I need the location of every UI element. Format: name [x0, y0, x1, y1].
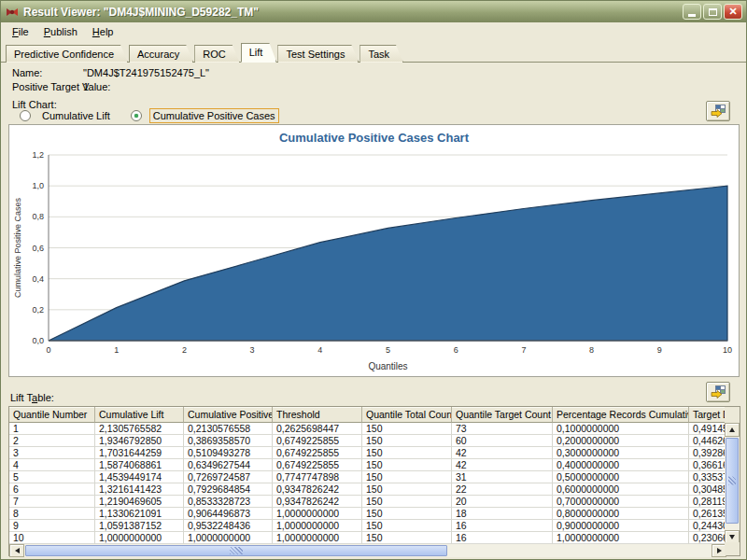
table-cell[interactable]: 2,1305765582: [95, 423, 184, 435]
column-header-cumulative-positive[interactable]: Cumulative Positive: [184, 407, 273, 423]
table-cell[interactable]: 0,261359: [689, 508, 726, 520]
table-cell[interactable]: 0,7747747898: [273, 471, 362, 483]
table-cell[interactable]: 1,0000000000: [184, 532, 273, 544]
column-header-quantile-number[interactable]: Quantile Number: [9, 407, 95, 423]
table-cell[interactable]: 0,230666: [689, 532, 726, 544]
table-cell[interactable]: 150: [362, 496, 452, 508]
table-row[interactable]: 91,05913871520,95322484361,0000000000150…: [9, 520, 726, 532]
table-row[interactable]: 31,70316442590,51094932780,6749225855150…: [9, 447, 726, 459]
table-cell[interactable]: 0,5109493278: [184, 447, 273, 459]
table-cell[interactable]: 2: [9, 435, 95, 447]
table-cell[interactable]: 60: [452, 435, 553, 447]
table-row[interactable]: 41,58740688610,63496275440,6749225855150…: [9, 459, 726, 471]
table-cell[interactable]: 9: [9, 520, 95, 532]
table-cell[interactable]: 73: [452, 423, 553, 435]
column-header-cumulative-lift[interactable]: Cumulative Lift: [95, 407, 184, 423]
table-cell[interactable]: 0,2000000000: [553, 435, 689, 447]
restore-button[interactable]: [703, 4, 722, 20]
table-cell[interactable]: 150: [362, 447, 452, 459]
radio-cumulative-positive-cases[interactable]: [131, 110, 142, 121]
table-cell[interactable]: 1,5874068861: [95, 459, 184, 471]
table-cell[interactable]: 1,3216141423: [95, 483, 184, 496]
table-cell[interactable]: 0,7929684854: [184, 483, 273, 496]
table-row[interactable]: 81,13306210910,90644968731,0000000000150…: [9, 508, 726, 520]
table-cell[interactable]: 31: [452, 471, 553, 483]
table-cell[interactable]: 1,0591387152: [95, 520, 184, 532]
column-header-target-d[interactable]: Target D: [689, 407, 726, 423]
table-cell[interactable]: 6: [9, 483, 95, 496]
table-cell[interactable]: 1,0000000000: [553, 532, 689, 544]
table-cell[interactable]: 0,9532248436: [184, 520, 273, 532]
table-cell[interactable]: 22: [452, 483, 553, 496]
radio-label[interactable]: Cumulative Lift: [38, 108, 114, 123]
table-cell[interactable]: 0,6000000000: [553, 483, 689, 496]
table-cell[interactable]: 0,3869358570: [184, 435, 273, 447]
table-cell[interactable]: 7: [9, 496, 95, 508]
table-cell[interactable]: 0,446266: [689, 435, 726, 447]
table-cell[interactable]: 4: [9, 459, 95, 471]
menu-item-help[interactable]: Help: [85, 24, 121, 39]
table-cell[interactable]: 0,8533328723: [184, 496, 273, 508]
table-cell[interactable]: 0,366161: [689, 459, 726, 471]
tab-test-settings[interactable]: Test Settings: [277, 45, 359, 63]
table-cell[interactable]: 150: [362, 459, 452, 471]
table-cell[interactable]: 150: [362, 435, 452, 447]
table-cell[interactable]: 1,2190469605: [95, 496, 184, 508]
table-row[interactable]: 12,13057655820,21305765580,2625698447150…: [9, 423, 726, 435]
close-button[interactable]: ✕: [724, 4, 742, 20]
column-header-quantile-target-count[interactable]: Quantile Target Count: [452, 407, 553, 423]
table-cell[interactable]: 0,8000000000: [553, 508, 689, 520]
table-cell[interactable]: 0,2130576558: [184, 423, 273, 435]
menu-item-file[interactable]: File: [5, 24, 36, 39]
tab-task[interactable]: Task: [359, 45, 403, 63]
table-cell[interactable]: 0,304852: [689, 483, 726, 496]
table-row[interactable]: 51,45394491740,72697245870,7747747898150…: [9, 471, 726, 483]
table-cell[interactable]: 3: [9, 447, 95, 459]
tab-roc[interactable]: ROC: [194, 45, 239, 63]
table-cell[interactable]: 150: [362, 483, 452, 496]
table-cell[interactable]: 0,9347826242: [273, 483, 362, 496]
radio-label[interactable]: Cumulative Positive Cases: [149, 108, 279, 123]
scroll-left-button[interactable]: [9, 544, 24, 557]
scroll-up-button[interactable]: [725, 423, 740, 437]
table-cell[interactable]: 0,6349627544: [184, 459, 273, 471]
table-cell[interactable]: 16: [452, 532, 553, 544]
table-cell[interactable]: 18: [452, 508, 553, 520]
table-cell[interactable]: 20: [452, 496, 553, 508]
table-cell[interactable]: 0,7269724587: [184, 471, 273, 483]
table-cell[interactable]: 0,2625698447: [273, 423, 362, 435]
vertical-scrollbar[interactable]: [725, 423, 740, 544]
tab-predictive-confidence[interactable]: Predictive Confidence: [6, 45, 128, 63]
column-header-quantile-total-count[interactable]: Quantile Total Count: [362, 407, 452, 423]
table-cell[interactable]: 16: [452, 520, 553, 532]
table-cell[interactable]: 1,0000000000: [95, 532, 184, 544]
vertical-scroll-thumb[interactable]: [726, 438, 739, 524]
table-cell[interactable]: 0,491452: [689, 423, 726, 435]
table-cell[interactable]: 150: [362, 471, 452, 483]
table-cell[interactable]: 1,1330621091: [95, 508, 184, 520]
table-cell[interactable]: 1,0000000000: [273, 520, 362, 532]
table-cell[interactable]: 0,9064496873: [184, 508, 273, 520]
table-cell[interactable]: 1: [9, 423, 95, 435]
table-cell[interactable]: 0,7000000000: [553, 496, 689, 508]
table-cell[interactable]: 0,4000000000: [553, 459, 689, 471]
tab-lift[interactable]: Lift: [241, 43, 277, 63]
export-table-button[interactable]: [706, 382, 730, 402]
table-cell[interactable]: 0,9000000000: [553, 520, 689, 532]
title-bar[interactable]: Result Viewer: "DM4J$MINING_D59282_TM" ✕: [1, 1, 746, 22]
table-cell[interactable]: 150: [362, 532, 452, 544]
table-row[interactable]: 21,93467928500,38693585700,6749225855150…: [9, 435, 726, 447]
table-cell[interactable]: 150: [362, 520, 452, 532]
export-chart-button[interactable]: [706, 101, 730, 121]
table-cell[interactable]: 0,5000000000: [553, 471, 689, 483]
table-cell[interactable]: 0,9347826242: [273, 496, 362, 508]
table-cell[interactable]: 0,281193: [689, 496, 726, 508]
table-cell[interactable]: 1,9346792850: [95, 435, 184, 447]
table-cell[interactable]: 0,6749225855: [273, 459, 362, 471]
horizontal-scroll-thumb[interactable]: [25, 545, 447, 556]
table-cell[interactable]: 42: [452, 459, 553, 471]
table-cell[interactable]: 1,7031644259: [95, 447, 184, 459]
table-cell[interactable]: 5: [9, 471, 95, 483]
radio-cumulative-lift[interactable]: [20, 110, 31, 121]
tab-accuracy[interactable]: Accuracy: [129, 45, 193, 63]
